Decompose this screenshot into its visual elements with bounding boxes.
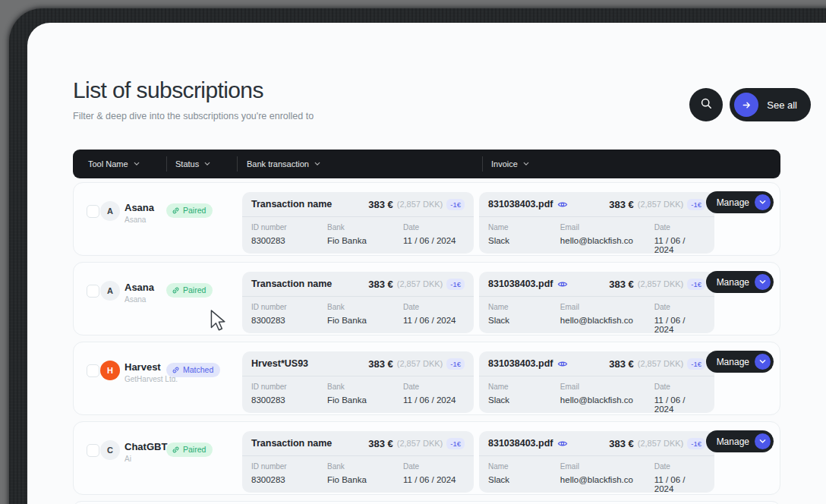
- filter-label: Tool Name: [88, 159, 128, 169]
- invoice-file-name: 831038403.pdf: [488, 358, 553, 369]
- transaction-name: Transaction name: [251, 438, 332, 449]
- row-checkbox[interactable]: [87, 364, 99, 377]
- transaction-name: Transaction name: [251, 279, 332, 289]
- invoice-field: Date 11 / 06 / 2024: [654, 462, 705, 493]
- field-label: Bank: [327, 462, 403, 471]
- transaction-price: 383 € (2,857 DKK) -1€: [368, 199, 465, 210]
- field-label: ID number: [251, 303, 327, 311]
- transaction-card: Transaction name 383 € (2,857 DKK) -1€ I…: [242, 272, 474, 333]
- header-actions: See all: [689, 88, 811, 121]
- invoice-price: 383 € (2,857 DKK) -1€: [609, 199, 705, 210]
- invoice-amount: 383 €: [609, 358, 634, 370]
- avatar: C: [100, 440, 120, 460]
- field-label: Date: [403, 303, 456, 311]
- tool-meta: ChatGBT Ai: [125, 441, 167, 463]
- field-label: Date: [403, 462, 456, 471]
- transaction-field: ID number 8300283: [251, 383, 327, 405]
- transaction-field: ID number 8300283: [251, 303, 327, 325]
- filter-invoice[interactable]: Invoice: [491, 150, 529, 178]
- invoice-field: Email hello@blackfish.co: [560, 303, 654, 334]
- field-label: Name: [488, 383, 560, 391]
- status-badge: Paired: [166, 443, 213, 457]
- manage-button[interactable]: Manage: [706, 430, 774, 452]
- subscription-row-partial: [73, 501, 780, 504]
- see-all-button[interactable]: See all: [730, 88, 811, 121]
- field-value: hello@blackfish.co: [560, 475, 654, 484]
- transaction-fields: ID number 8300283 Bank Fio Banka Date 11…: [242, 376, 474, 405]
- filter-bank-transaction[interactable]: Bank transaction: [247, 150, 320, 178]
- transaction-converted: (2,857 DKK): [397, 200, 443, 209]
- invoice-field: Email hello@blackfish.co: [560, 462, 654, 493]
- field-label: Name: [488, 303, 560, 311]
- field-label: ID number: [251, 462, 327, 471]
- transaction-price: 383 € (2,857 DKK) -1€: [368, 279, 465, 290]
- invoice-field: Name Slack: [488, 223, 560, 254]
- field-label: Date: [403, 383, 456, 391]
- field-label: Date: [654, 303, 705, 311]
- eye-icon[interactable]: [557, 360, 568, 368]
- tool-subtitle: Ai: [125, 455, 167, 463]
- field-value: hello@blackfish.co: [560, 395, 654, 405]
- chevron-down-icon: [755, 274, 771, 290]
- screen: List of subscriptions Filter & deep dive…: [0, 0, 826, 504]
- filter-status[interactable]: Status: [175, 150, 210, 178]
- status-badge: Paired: [166, 203, 213, 218]
- manage-label: Manage: [717, 357, 749, 367]
- field-value: Fio Banka: [327, 395, 403, 405]
- manage-label: Manage: [717, 197, 749, 208]
- field-label: Date: [654, 383, 705, 391]
- row-checkbox[interactable]: [87, 205, 99, 218]
- field-value: 11 / 06 / 2024: [654, 395, 705, 414]
- filter-label: Bank transaction: [247, 159, 309, 169]
- manage-button[interactable]: Manage: [706, 351, 774, 373]
- manage-button[interactable]: Manage: [706, 271, 774, 293]
- field-value: Slack: [488, 236, 560, 245]
- transaction-field: Bank Fio Banka: [327, 223, 403, 245]
- tool-meta: Asana Asana: [125, 202, 154, 224]
- transaction-field: Date 11 / 06 / 2024: [403, 383, 456, 405]
- transaction-fields: ID number 8300283 Bank Fio Banka Date 11…: [242, 217, 474, 245]
- subscription-row: A Asana Asana Paired Transaction name 38…: [73, 182, 780, 256]
- eye-icon[interactable]: [557, 200, 568, 209]
- tool-name: ChatGBT: [125, 441, 167, 452]
- transaction-card-header: Transaction name 383 € (2,857 DKK) -1€: [242, 431, 474, 456]
- transaction-fields: ID number 8300283 Bank Fio Banka Date 11…: [242, 456, 474, 484]
- chevron-down-icon: [204, 162, 210, 166]
- invoice-fee-badge: -1€: [687, 358, 705, 370]
- transaction-amount: 383 €: [368, 358, 393, 370]
- avatar: A: [100, 281, 120, 301]
- field-label: Email: [560, 462, 654, 471]
- field-value: Fio Banka: [327, 236, 403, 245]
- invoice-converted: (2,857 DKK): [638, 359, 684, 368]
- see-all-label: See all: [767, 99, 797, 111]
- transaction-fee-badge: -1€: [446, 279, 465, 290]
- avatar: H: [100, 361, 120, 380]
- transaction-price: 383 € (2,857 DKK) -1€: [368, 358, 465, 370]
- row-checkbox[interactable]: [87, 444, 99, 457]
- row-checkbox[interactable]: [87, 285, 99, 298]
- transaction-field: Bank Fio Banka: [327, 383, 403, 405]
- invoice-card: 831038403.pdf 383 € (2,857 DKK) -1€ Name…: [479, 272, 714, 333]
- filter-divider: [237, 156, 238, 172]
- transaction-field: ID number 8300283: [251, 223, 327, 245]
- field-value: 11 / 06 / 2024: [654, 236, 705, 254]
- field-label: Email: [560, 303, 654, 311]
- search-button[interactable]: [689, 88, 723, 121]
- transaction-field: Date 11 / 06 / 2024: [403, 462, 456, 484]
- transaction-field: Bank Fio Banka: [327, 303, 403, 325]
- manage-button[interactable]: Manage: [706, 191, 774, 213]
- field-label: Email: [560, 223, 654, 232]
- field-value: 8300283: [251, 395, 327, 405]
- subscription-row: A Asana Asana Paired Transaction name 38…: [73, 262, 780, 335]
- invoice-converted: (2,857 DKK): [638, 200, 684, 209]
- field-value: hello@blackfish.co: [560, 316, 654, 325]
- invoice-field: Name Slack: [488, 383, 560, 414]
- eye-icon[interactable]: [557, 280, 568, 288]
- invoice-card-header: 831038403.pdf 383 € (2,857 DKK) -1€: [479, 351, 714, 376]
- page: List of subscriptions Filter & deep dive…: [27, 23, 826, 504]
- filter-tool-name[interactable]: Tool Name: [88, 150, 140, 178]
- field-value: 11 / 06 / 2024: [403, 395, 456, 405]
- field-value: 11 / 06 / 2024: [403, 316, 456, 325]
- eye-icon[interactable]: [557, 439, 568, 448]
- link-icon: [172, 206, 180, 215]
